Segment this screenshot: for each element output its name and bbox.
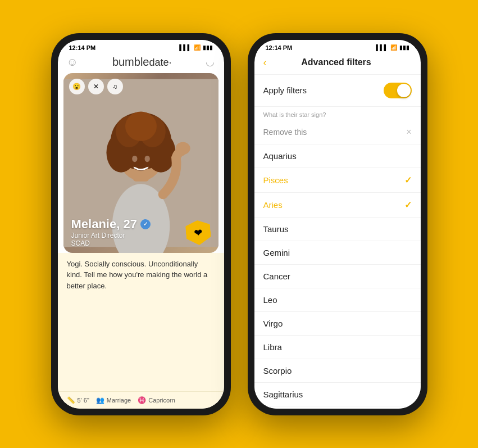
apply-filters-label: Apply filters [263,85,307,95]
profile-bio: Yogi. Socially conscious. Unconditionall… [58,253,224,391]
svg-point-9 [125,111,157,141]
cancer-label: Cancer [263,271,290,281]
height-icon: 📏 [67,396,75,404]
pisces-check: ✓ [404,175,412,185]
signal-icon: ▌▌▌ [179,44,191,51]
star-sign-cancer[interactable]: Cancer [254,265,421,288]
remove-label: Remove this [263,128,307,137]
libra-label: Libra [263,342,282,352]
filter-title: Advanced filters [272,57,400,67]
battery-icon: ▮▮▮ [203,44,213,51]
remove-icon[interactable]: × [406,127,411,137]
tag-height: 📏 5' 6" [67,396,89,404]
star-sign-section-label: What is their star sign? [254,107,421,120]
status-icons-right: ▌▌▌ 📶 ▮▮▮ [376,44,409,51]
profile-company: SCAD [71,239,211,247]
back-button[interactable]: ‹ [263,57,267,69]
aries-check: ✓ [404,200,412,210]
apply-filters-toggle[interactable] [384,83,412,98]
battery-icon-right: ▮▮▮ [399,44,409,51]
star-sign-taurus[interactable]: Taurus [254,218,421,241]
toggle-knob [397,84,411,97]
star-sign-aquarius[interactable]: Aquarius [254,144,421,168]
svg-point-11 [144,155,149,161]
star-sign-scorpio[interactable]: Scorpio [254,359,421,383]
wifi-icon-right: 📶 [390,44,397,51]
logo-bumble: bumble [112,56,149,68]
left-phone: 12:14 PM ▌▌▌ 📶 ▮▮▮ ☺ bumbledate· ◡ [51,33,231,415]
profile-tags: 📏 5' 6" 👥 Marriage ♓ Capricorn [58,391,224,409]
tag-marriage: 👥 Marriage [96,396,131,404]
star-sign-remove[interactable]: Remove this × [254,120,421,144]
message-icon[interactable]: ◡ [206,56,215,68]
sagittarius-label: Sagittarius [263,390,303,399]
scorpio-label: Scorpio [263,366,292,375]
logo-date: date· [149,57,171,68]
star-sign-aries[interactable]: Aries ✓ [254,193,421,218]
profile-photo: 😮 ✕ ♫ Melanie, 27 ✓ Junior Art Director … [63,73,218,253]
time-left: 12:14 PM [69,44,96,51]
profile-card: 😮 ✕ ♫ Melanie, 27 ✓ Junior Art Director … [58,73,224,409]
app-logo: bumbledate· [112,56,172,69]
badge-3: ♫ [107,79,123,94]
leo-label: Leo [263,295,277,305]
aquarius-label: Aquarius [263,151,297,161]
filter-header: ‹ Advanced filters [254,53,421,75]
tag-zodiac: ♓ Capricorn [138,396,175,404]
badge-2: ✕ [88,79,104,94]
right-phone: 12:14 PM ▌▌▌ 📶 ▮▮▮ ‹ Advanced filters Ap… [248,33,427,415]
svg-point-10 [132,155,137,161]
marriage-icon: 👥 [96,396,104,404]
star-sign-virgo[interactable]: Virgo [254,312,421,336]
svg-point-12 [175,142,190,154]
taurus-label: Taurus [263,224,289,234]
filter-content[interactable]: Apply filters What is their star sign? R… [254,75,421,409]
star-sign-gemini[interactable]: Gemini [254,241,421,265]
virgo-label: Virgo [263,319,283,328]
star-sign-libra[interactable]: Libra [254,336,421,359]
star-sign-leo[interactable]: Leo [254,288,421,312]
app-header: ☺ bumbledate· ◡ [58,53,224,73]
apply-filters-row: Apply filters [254,75,421,107]
status-bar-right: 12:14 PM ▌▌▌ 📶 ▮▮▮ [254,40,421,53]
signal-icon-right: ▌▌▌ [376,44,388,51]
verified-badge: ✓ [140,219,151,229]
status-bar-left: 12:14 PM ▌▌▌ 📶 ▮▮▮ [58,40,224,53]
star-sign-pisces[interactable]: Pisces ✓ [254,168,421,193]
photo-badges: 😮 ✕ ♫ [69,79,123,94]
status-icons-left: ▌▌▌ 📶 ▮▮▮ [179,44,212,51]
aries-label: Aries [263,200,283,210]
wifi-icon: 📶 [194,44,201,51]
star-sign-sagittarius[interactable]: Sagittarius [254,383,421,406]
time-right: 12:14 PM [266,44,293,51]
badge-1: 😮 [69,79,85,94]
zodiac-icon: ♓ [138,396,146,404]
pisces-label: Pisces [263,175,288,185]
gemini-label: Gemini [263,248,290,257]
profile-icon[interactable]: ☺ [67,56,78,69]
